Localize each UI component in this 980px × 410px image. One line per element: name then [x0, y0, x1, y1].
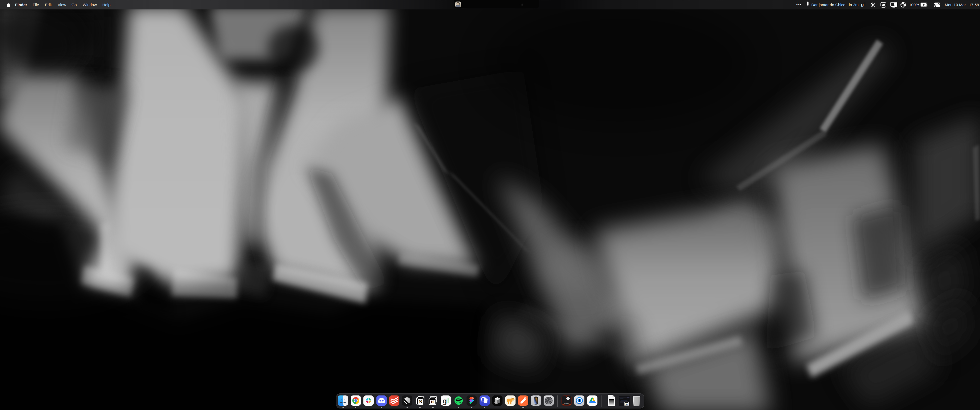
svg-text:g: g	[442, 397, 447, 405]
svg-text:N: N	[419, 399, 422, 404]
svg-text:10: 10	[431, 400, 434, 404]
svg-text:11: 11	[625, 403, 628, 405]
svg-text:raycast: raycast	[564, 403, 569, 404]
